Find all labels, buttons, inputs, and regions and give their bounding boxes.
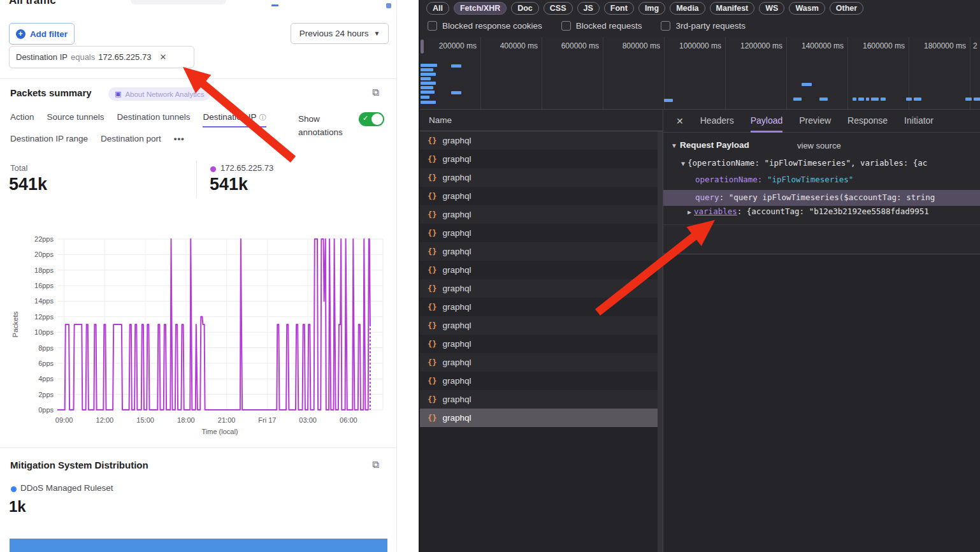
network-request-row[interactable]: {}graphql	[420, 298, 663, 316]
json-icon: {}	[428, 210, 436, 219]
network-request-row[interactable]: {}graphql	[420, 279, 663, 298]
network-request-row[interactable]: {}graphql	[420, 261, 663, 279]
network-request-mark[interactable]	[802, 83, 812, 86]
timeline-scrub-handle[interactable]	[421, 40, 424, 54]
details-tab-payload[interactable]: Payload	[751, 110, 783, 133]
filter-pill-font[interactable]: Font	[604, 2, 634, 15]
json-icon: {}	[428, 173, 436, 182]
tab-destination-ip[interactable]: Destination IPⓘ	[203, 112, 266, 127]
remove-filter-icon[interactable]: ✕	[159, 52, 166, 62]
payload-summary-row[interactable]: ▼{operationName: "ipFlowTimeseries", var…	[681, 158, 927, 168]
mitigation-value: 1k	[9, 498, 26, 516]
svg-text:8pps: 8pps	[38, 344, 54, 352]
filter-pill-ws[interactable]: WS	[759, 2, 784, 15]
network-request-row[interactable]: {}graphql	[420, 205, 663, 224]
network-request-mark[interactable]	[451, 64, 461, 68]
network-request-row[interactable]: {}graphql	[420, 224, 663, 242]
network-request-mark[interactable]	[881, 98, 886, 101]
view-source-link[interactable]: view source	[797, 141, 841, 150]
network-request-mark[interactable]	[664, 99, 673, 102]
tab-destination-port[interactable]: Destination port	[101, 134, 161, 147]
svg-text:0pps: 0pps	[38, 406, 54, 414]
network-request-mark[interactable]	[974, 98, 980, 101]
network-overview-timeline[interactable]: 200000 ms400000 ms600000 ms800000 ms1000…	[420, 37, 980, 110]
filter-pill-manifest[interactable]: Manifest	[710, 2, 755, 15]
tab-destination-ip-range[interactable]: Destination IP range	[10, 134, 88, 147]
filter-pill-all[interactable]: All	[426, 2, 449, 15]
network-request-mark[interactable]	[793, 98, 802, 101]
network-request-mark[interactable]	[819, 98, 828, 101]
svg-text:10pps: 10pps	[34, 328, 54, 336]
network-request-mark[interactable]	[421, 86, 433, 89]
network-request-mark[interactable]	[421, 96, 429, 99]
json-icon: {}	[428, 340, 436, 349]
network-request-row[interactable]: {}graphql	[420, 409, 663, 427]
devtools-network-panel: AllFetch/XHRDocCSSJSFontImgMediaManifest…	[419, 0, 980, 552]
caret-down-icon: ▼	[671, 142, 677, 149]
details-tab-preview[interactable]: Preview	[799, 110, 831, 133]
tab-action[interactable]: Action	[10, 112, 34, 127]
request-payload-title: Request Payload	[680, 140, 749, 150]
payload-variables-row[interactable]: ▶variables: {accountTag: "b12e3b2192ee55…	[688, 207, 929, 216]
tab-source-tunnels[interactable]: Source tunnels	[47, 112, 104, 127]
network-request-mark[interactable]	[871, 98, 879, 101]
about-network-analytics-chip[interactable]: ▣ About Network Analytics	[108, 87, 210, 101]
more-tabs-button[interactable]: •••	[174, 134, 185, 147]
network-request-mark[interactable]	[965, 98, 972, 101]
filter-pill-other[interactable]: Other	[830, 2, 863, 15]
filter-pill-fetch-xhr[interactable]: Fetch/XHR	[454, 2, 507, 15]
network-request-mark[interactable]	[906, 98, 912, 101]
expand-card-icon[interactable]: ⧉	[372, 459, 379, 470]
details-tab-initiator[interactable]: Initiator	[904, 110, 933, 133]
checkbox-blocked-requests[interactable]: Blocked requests	[561, 21, 642, 31]
network-request-mark[interactable]	[866, 98, 869, 101]
payload-query-row[interactable]: query: "query ipFlowTimeseries($accountT…	[663, 190, 980, 206]
name-column-header[interactable]: Name	[420, 110, 663, 131]
svg-text:03:00: 03:00	[299, 416, 317, 424]
filter-pill-media[interactable]: Media	[670, 2, 705, 15]
network-request-row[interactable]: {}graphql	[420, 242, 663, 261]
details-tab-headers[interactable]: Headers	[700, 110, 734, 133]
checkbox-3rd-party-requests[interactable]: 3rd-party requests	[661, 21, 746, 31]
filter-pill-js[interactable]: JS	[577, 2, 600, 15]
timeline-column: 400000 ms	[481, 37, 542, 109]
network-request-mark[interactable]	[421, 64, 437, 67]
add-filter-button[interactable]: + Add filter	[9, 23, 75, 45]
checkbox-blocked-response-cookies[interactable]: Blocked response cookies	[428, 21, 542, 31]
filter-pill-css[interactable]: CSS	[544, 2, 573, 15]
network-request-mark[interactable]	[421, 77, 431, 80]
network-request-mark[interactable]	[451, 91, 461, 94]
time-range-dropdown[interactable]: Previous 24 hours ▼	[291, 23, 389, 44]
network-request-mark[interactable]	[421, 82, 436, 85]
tab-destination-tunnels[interactable]: Destination tunnels	[117, 112, 191, 127]
svg-text:22pps: 22pps	[34, 235, 54, 243]
network-request-mark[interactable]	[421, 73, 436, 76]
network-request-row[interactable]: {}graphql	[420, 187, 663, 205]
network-request-row[interactable]: {}graphql	[420, 150, 663, 168]
network-request-mark[interactable]	[421, 91, 435, 94]
network-request-mark[interactable]	[914, 98, 921, 101]
network-request-row[interactable]: {}graphql	[420, 131, 663, 150]
network-request-row[interactable]: {}graphql	[420, 316, 663, 335]
details-tab-response[interactable]: Response	[847, 110, 888, 133]
network-request-row[interactable]: {}graphql	[420, 168, 663, 187]
network-request-mark[interactable]	[421, 68, 433, 71]
close-icon[interactable]: ✕	[676, 116, 684, 126]
request-payload-section[interactable]: ▼Request Payload	[671, 140, 749, 150]
network-request-row[interactable]: {}graphql	[420, 335, 663, 353]
network-request-mark[interactable]	[421, 101, 436, 104]
filter-pill-wasm[interactable]: Wasm	[789, 2, 825, 15]
network-request-row[interactable]: {}graphql	[420, 390, 663, 409]
network-request-row[interactable]: {}graphql	[420, 372, 663, 390]
network-request-row[interactable]: {}graphql	[420, 353, 663, 372]
filter-pill-img[interactable]: Img	[638, 2, 665, 15]
filter-chip[interactable]: Destination IP equals 172.65.225.73 ✕	[9, 46, 194, 68]
filter-pill-doc[interactable]: Doc	[511, 2, 539, 15]
network-request-mark[interactable]	[858, 98, 864, 101]
svg-text:20pps: 20pps	[34, 251, 54, 258]
filter-operator: equals	[71, 52, 95, 62]
expand-card-icon[interactable]: ⧉	[372, 87, 379, 98]
network-request-mark[interactable]	[853, 98, 856, 101]
annotations-toggle[interactable]: ✓	[359, 112, 384, 126]
scrollbar-track[interactable]	[658, 131, 663, 552]
